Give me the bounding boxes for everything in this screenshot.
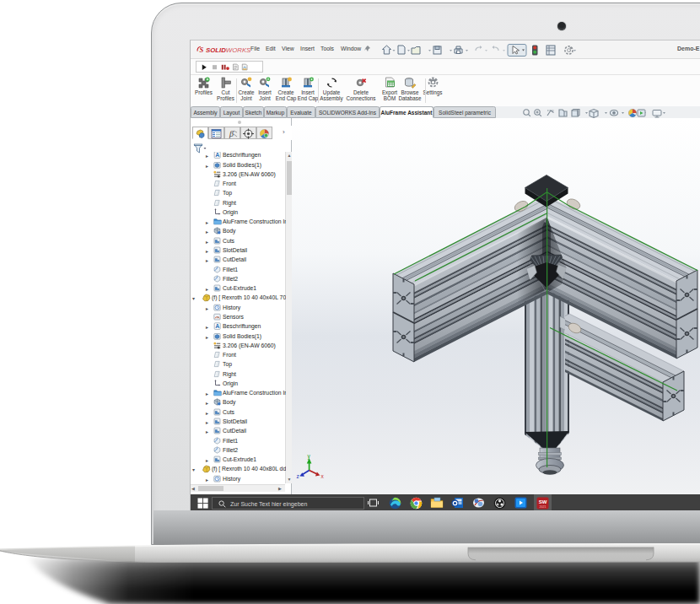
svg-text:2021: 2021: [540, 505, 547, 509]
svg-text:A: A: [215, 152, 219, 158]
svg-text:β: β: [229, 129, 234, 138]
svg-text:S: S: [200, 46, 204, 54]
svg-text:SW: SW: [539, 499, 547, 504]
svg-text:A: A: [215, 323, 219, 329]
svg-text:z: z: [297, 473, 299, 479]
svg-text:SOLIDWORKS: SOLIDWORKS: [206, 46, 251, 54]
